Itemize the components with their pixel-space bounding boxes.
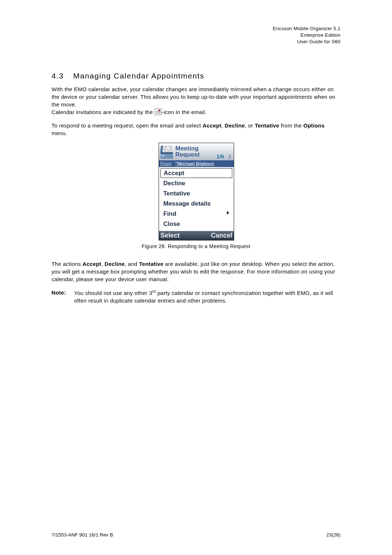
menu-item-accept[interactable]: Accept (160, 168, 232, 178)
text: , (101, 261, 105, 267)
document-header: Ericsson Mobile Organizer 5.1 Enterprise… (52, 25, 340, 45)
section-number: 4.3 (52, 72, 64, 80)
paragraph: With the EMO calendar active, your calen… (52, 85, 340, 116)
text: Calendar invitations are indicated by th… (52, 109, 155, 115)
section-title: Managing Calendar Appointments (73, 72, 204, 80)
header-line: User Guide for S60 (52, 39, 340, 45)
softkey-cancel[interactable]: Cancel (211, 232, 232, 239)
keyword-accept: Accept (203, 122, 221, 129)
paragraph: The actions Accept, Decline, and Tentati… (52, 260, 340, 283)
header-line: Enterprise Edition (52, 32, 340, 39)
figure-caption: Figure 28. Responding to a Meeting Reque… (52, 243, 340, 249)
softkey-select[interactable]: Select (160, 232, 180, 239)
menu-item-label: Accept (164, 170, 184, 177)
from-label: From (160, 161, 171, 166)
phone-titlebar: 30 Meeting Request 1/6 ❯ (159, 143, 234, 160)
header-line: Ericsson Mobile Organizer 5.1 (52, 25, 340, 32)
keyword-tentative: Tentative (139, 261, 163, 267)
footer-doc-id: 7/1553-ANF 901 16/1 Rev B (52, 532, 113, 538)
page-footer: 7/1553-ANF 901 16/1 Rev B 23(28) (52, 532, 340, 538)
svg-text:30: 30 (162, 154, 164, 157)
keyword-decline: Decline (105, 261, 124, 267)
keyword-accept: Accept (82, 261, 101, 267)
text: , or (245, 122, 255, 129)
chevron-right-icon: ❯ (228, 154, 232, 159)
menu-item-decline[interactable]: Decline (160, 178, 233, 189)
text: , and (125, 261, 139, 267)
text: You should not use any other 3 (74, 290, 152, 296)
keyword-options: Options (303, 122, 325, 129)
menu-item-label: Close (163, 220, 180, 227)
menu-item-find[interactable]: Find (160, 209, 233, 219)
text: , (221, 122, 225, 129)
phone-menu: Accept Decline Tentative Message details… (159, 167, 234, 231)
text: With the EMO calendar active, your calen… (52, 86, 335, 108)
note-label: Note: (52, 289, 74, 304)
menu-item-close[interactable]: Close (160, 219, 233, 229)
phone-counter: 1/6 ❯ (216, 153, 232, 159)
text: menu. (52, 130, 67, 136)
text: To respond to a meeting request, open th… (52, 122, 203, 129)
counter-text: 1/6 (216, 153, 224, 159)
text: Meeting (175, 145, 200, 151)
phone-from-row: From "Michael Bigboro (159, 160, 234, 167)
phone-softkey-bar: Select Cancel (159, 231, 234, 240)
text: The actions (52, 261, 82, 267)
footer-page-number: 23(28) (326, 532, 340, 538)
menu-item-label: Tentative (163, 190, 190, 197)
text: -icon in the email. (162, 109, 207, 115)
calendar-invite-icon (155, 108, 162, 115)
menu-item-tentative[interactable]: Tentative (160, 189, 233, 199)
note-body: You should not use any other 3rd party c… (74, 289, 340, 304)
text: Request (175, 151, 200, 158)
menu-item-message-details[interactable]: Message details (160, 199, 233, 209)
svg-rect-1 (161, 153, 173, 154)
note: Note: You should not use any other 3rd p… (52, 289, 340, 304)
meeting-request-icon: 30 (160, 144, 173, 159)
from-value: "Michael Bigboro (175, 161, 232, 166)
submenu-arrow-icon (227, 211, 229, 215)
menu-item-label: Find (163, 210, 176, 217)
section-heading: 4.3Managing Calendar Appointments (52, 72, 340, 80)
text-sup: rd (152, 289, 156, 293)
menu-item-label: Decline (163, 180, 185, 187)
phone-screenshot: 30 Meeting Request 1/6 ❯ From (159, 143, 233, 241)
menu-item-label: Message details (163, 200, 211, 207)
text: from the (279, 122, 303, 129)
paragraph: To respond to a meeting request, open th… (52, 122, 340, 137)
keyword-decline: Decline (225, 122, 245, 129)
phone-title-text: Meeting Request (175, 145, 200, 158)
keyword-tentative: Tentative (255, 122, 279, 129)
